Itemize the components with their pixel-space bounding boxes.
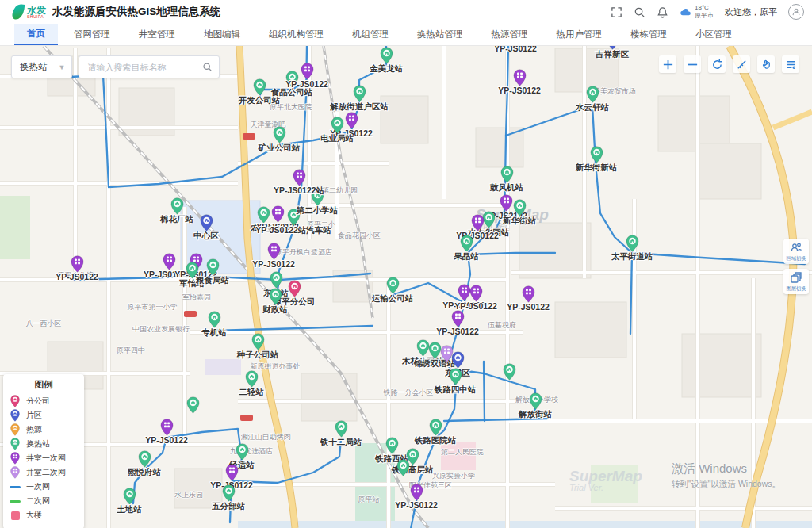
pipe-segment[interactable] bbox=[484, 362, 485, 421]
marker-label: YP-JS0122 bbox=[252, 259, 295, 269]
tab-0[interactable]: 首页 bbox=[14, 24, 58, 45]
poi-label: 铁路一分会小区 bbox=[384, 388, 434, 398]
marker-label: YP-JS0122 bbox=[56, 272, 98, 281]
marker-label: YP-JS0122 bbox=[436, 327, 479, 336]
marker-label: 新华街站 bbox=[503, 216, 536, 227]
marker-label: 解放街道户区站 bbox=[330, 101, 389, 113]
weather-widget: 18°C 原平市 bbox=[680, 4, 714, 19]
poi-label: 军怡嘉园 bbox=[182, 293, 211, 303]
gis-app: 水发 SHUIFA 水发能源盾安供热GIS地理信息系统 18°C 原平市 bbox=[0, 0, 812, 528]
reset-view-icon[interactable] bbox=[708, 55, 726, 73]
poi-label: 水上乐园 bbox=[174, 490, 203, 500]
layer-list-icon[interactable] bbox=[782, 55, 799, 73]
pipe-segment[interactable] bbox=[214, 326, 373, 331]
zoom-out-icon[interactable] bbox=[684, 55, 701, 73]
legend-square-icon bbox=[11, 511, 20, 520]
legend-item-0: 分公司 bbox=[10, 394, 78, 408]
region-switch-button[interactable]: 区域切换 bbox=[783, 239, 809, 264]
search-input[interactable] bbox=[86, 62, 202, 73]
tab-4[interactable]: 组织机构管理 bbox=[256, 24, 336, 45]
map-pin-icon bbox=[186, 396, 200, 417]
legend-item-6: 一次网 bbox=[10, 480, 78, 494]
tab-2[interactable]: 井室管理 bbox=[126, 24, 188, 45]
tab-8[interactable]: 热用户管理 bbox=[544, 24, 615, 45]
tab-10[interactable]: 小区管理 bbox=[683, 24, 745, 45]
marker-label: 铁路四中站 bbox=[435, 385, 477, 396]
marker-label: YP-JS0122站汽车站 bbox=[255, 225, 331, 236]
app-header: 水发 SHUIFA 水发能源盾安供热GIS地理信息系统 18°C 原平市 bbox=[0, 0, 812, 24]
marker-label: 果品站 bbox=[454, 251, 479, 262]
search-icon[interactable] bbox=[634, 6, 645, 18]
marker-label: YP-JS0122 bbox=[145, 435, 188, 445]
tab-5[interactable]: 机组管理 bbox=[339, 24, 401, 45]
legend-item-label: 换热站 bbox=[26, 438, 50, 450]
marker-label: 食品公司站 bbox=[271, 87, 313, 98]
fullscreen-icon[interactable] bbox=[611, 6, 622, 18]
marker-label: 粮食局站 bbox=[196, 275, 229, 286]
tab-3[interactable]: 地图编辑 bbox=[191, 24, 253, 45]
search-field bbox=[79, 55, 220, 78]
category-select[interactable]: 换热站 ▼ bbox=[11, 55, 72, 78]
poi-label: 八一西小区 bbox=[26, 319, 62, 329]
page-title: 水发能源盾安供热GIS地理信息系统 bbox=[52, 5, 220, 19]
supermap-watermark: SuperMap Trial Ver. bbox=[569, 469, 642, 492]
map-canvas[interactable]: SuperMap Trial Ver. SuperMap Trial Ver. … bbox=[0, 46, 812, 528]
poi-label: 第二人民医院 bbox=[441, 447, 484, 457]
pipe-segment[interactable] bbox=[468, 253, 555, 254]
measure-icon[interactable] bbox=[733, 55, 750, 73]
legend-item-label: 井室二次网 bbox=[26, 467, 66, 478]
people-icon bbox=[790, 241, 802, 254]
pan-icon[interactable] bbox=[757, 55, 775, 73]
marker-label: 新华街新站 bbox=[576, 163, 618, 174]
tab-6[interactable]: 换热站管理 bbox=[404, 24, 476, 45]
marker-label: 鼓风机站 bbox=[490, 182, 523, 193]
legend-item-7: 二次网 bbox=[10, 494, 78, 508]
chevron-down-icon: ▼ bbox=[59, 63, 66, 71]
tab-9[interactable]: 楼栋管理 bbox=[618, 24, 680, 45]
poi-label: 食品花园小区 bbox=[338, 231, 381, 241]
marker-label: 熙悦府站 bbox=[128, 467, 161, 478]
marker-label: 专机站 bbox=[201, 327, 227, 339]
legend-item-1: 片区 bbox=[10, 408, 78, 423]
tab-1[interactable]: 管网管理 bbox=[61, 24, 123, 45]
cloud-icon bbox=[680, 6, 691, 18]
legend-item-label: 井室一次网 bbox=[26, 453, 66, 464]
marker-label: 种子公司站 bbox=[237, 350, 279, 361]
map-pin-icon bbox=[396, 459, 410, 480]
marker-label: 土地站 bbox=[117, 504, 142, 515]
user-avatar[interactable] bbox=[788, 4, 804, 20]
pipe-segment[interactable] bbox=[630, 253, 632, 334]
windows-activate-watermark: 激活 Windows 转到"设置"以激活 Windows。 bbox=[672, 461, 780, 490]
marker-label: 电业局站 bbox=[320, 133, 354, 144]
weather-temp: 18°C bbox=[695, 4, 714, 12]
main-nav: 首页管网管理井室管理地图编辑组织机构管理机组管理换热站管理热源管理热用户管理楼栋… bbox=[0, 24, 812, 46]
search-icon[interactable] bbox=[202, 62, 213, 72]
marker-label: YP-JS0122 bbox=[285, 79, 328, 89]
marker-label: 解放街站 bbox=[519, 409, 552, 420]
tab-7[interactable]: 热源管理 bbox=[479, 24, 541, 45]
layer-switch-button[interactable]: 图层切换 bbox=[783, 269, 809, 294]
pipe-segment[interactable] bbox=[632, 253, 805, 264]
legend-item-3: 换热站 bbox=[10, 437, 78, 451]
legend-item-8: 大楼 bbox=[10, 508, 78, 522]
marker-label: 铁十二局站 bbox=[320, 437, 362, 448]
bell-icon[interactable] bbox=[657, 6, 668, 18]
poi-label: 原平站 bbox=[358, 495, 380, 505]
marker-label: YP-JS0122站 bbox=[274, 186, 324, 197]
marker-label: YP-JS0122 bbox=[498, 86, 541, 95]
marker-label: 五分部站 bbox=[212, 501, 245, 512]
legend-pin-icon bbox=[10, 395, 21, 407]
pipe-segment[interactable] bbox=[70, 75, 109, 187]
legend-line-icon bbox=[10, 486, 21, 488]
zoom-in-icon[interactable] bbox=[659, 55, 676, 73]
legend-item-label: 片区 bbox=[26, 410, 42, 421]
marker-label: 第二小学站 bbox=[297, 205, 339, 216]
poi-label: 中国农业发展银行 bbox=[132, 324, 190, 335]
marker-label: 水云轩站 bbox=[576, 102, 609, 113]
weather-city: 原平市 bbox=[695, 12, 714, 20]
poi-label: 湘江山自助烤肉 bbox=[241, 432, 291, 442]
pipe-segment[interactable] bbox=[109, 145, 279, 187]
legend-pin-icon bbox=[10, 466, 21, 479]
marker-label: YP-JS0122 bbox=[494, 46, 537, 53]
category-select-value: 换热站 bbox=[20, 61, 48, 73]
